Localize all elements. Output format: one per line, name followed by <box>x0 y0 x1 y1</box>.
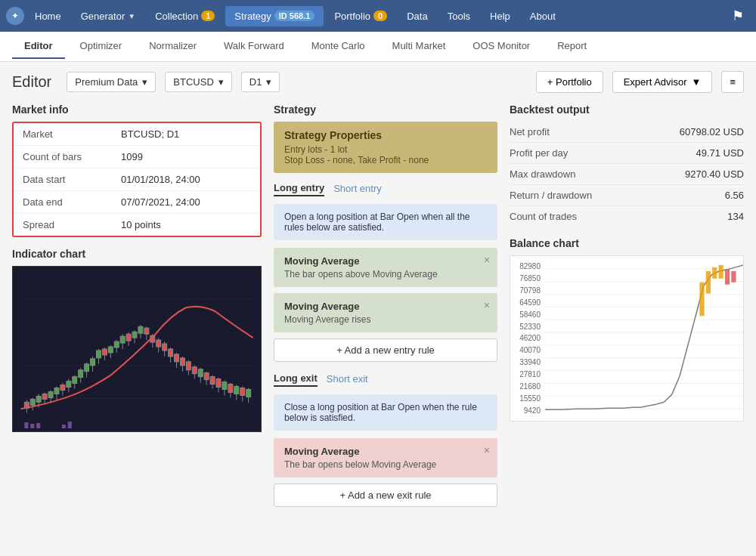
svg-rect-51 <box>163 344 167 351</box>
backtest-table: Net profit 60798.02 USD Profit per day 4… <box>510 122 744 227</box>
strategy-properties-sl-tp: Stop Loss - none, Take Profit - none <box>284 155 487 165</box>
data-source-dropdown[interactable]: Premium Data ▾ <box>67 72 156 92</box>
strategy-badge: ID 568.1 <box>274 11 315 21</box>
expert-advisor-button[interactable]: Expert Advisor ▼ <box>612 71 713 93</box>
svg-rect-5 <box>24 402 29 408</box>
svg-rect-37 <box>120 336 125 343</box>
svg-rect-53 <box>169 349 173 357</box>
nav-data[interactable]: Data <box>398 6 436 26</box>
svg-rect-31 <box>102 349 107 355</box>
table-row: Profit per day 49.71 USD <box>510 143 744 164</box>
add-entry-rule-button[interactable]: + Add a new entry rule <box>274 338 497 362</box>
nav-portfolio[interactable]: Portfolio 0 <box>325 6 396 26</box>
nav-tools[interactable]: Tools <box>438 6 479 26</box>
svg-rect-49 <box>156 340 161 347</box>
entry-rule-1-title: Moving Average <box>284 255 487 267</box>
svg-rect-29 <box>96 351 101 358</box>
svg-rect-11 <box>42 394 47 399</box>
tab-report[interactable]: Report <box>545 34 599 59</box>
svg-rect-84 <box>68 422 72 428</box>
svg-rect-69 <box>216 379 221 388</box>
sub-tabs: Editor Optimizer Normalizer Walk Forward… <box>0 32 756 62</box>
strategy-properties-card[interactable]: Strategy Properties Entry lots - 1 lot S… <box>274 122 497 173</box>
entry-exit-tabs: Long entry Short entry <box>274 181 497 196</box>
table-row: Market BTCUSD; D1 <box>14 123 260 146</box>
svg-rect-83 <box>62 425 66 428</box>
editor-header: Editor Premium Data ▾ BTCUSD ▾ D1 ▾ + Po… <box>12 71 744 93</box>
entry-rule-1-sub: The bar opens above Moving Average <box>284 269 487 280</box>
svg-rect-43 <box>138 326 143 333</box>
entry-rule-2-sub: Moving Average rises <box>284 314 487 325</box>
svg-rect-21 <box>73 377 77 384</box>
table-row: Data start 01/01/2018, 24:00 <box>14 168 260 191</box>
svg-rect-41 <box>132 332 137 338</box>
svg-rect-23 <box>79 370 83 378</box>
table-row: Data end 07/07/2021, 24:00 <box>14 191 260 214</box>
svg-rect-102 <box>731 271 736 283</box>
svg-rect-61 <box>192 367 197 374</box>
timeframe-dropdown[interactable]: D1 ▾ <box>241 72 280 92</box>
entry-rule-2-card[interactable]: Moving Average Moving Average rises × <box>274 293 497 332</box>
nav-help[interactable]: Help <box>481 6 519 26</box>
svg-rect-39 <box>126 334 131 341</box>
balance-chart-y-labels: 82980 76850 70798 64590 58460 52330 4620… <box>510 256 545 421</box>
svg-rect-19 <box>67 381 71 388</box>
tab-multi-market[interactable]: Multi Market <box>380 34 458 59</box>
svg-rect-57 <box>180 358 184 366</box>
tab-editor[interactable]: Editor <box>12 34 65 59</box>
exit-rule-1-title: Moving Average <box>284 446 487 457</box>
table-row: Count of bars 1099 <box>14 146 260 168</box>
svg-rect-67 <box>210 377 215 385</box>
tab-monte-carlo[interactable]: Monte Carlo <box>299 34 377 59</box>
svg-rect-59 <box>186 362 191 370</box>
expert-arrow-icon: ▼ <box>692 76 702 88</box>
short-exit-tab[interactable]: Short exit <box>327 372 368 386</box>
long-entry-tab[interactable]: Long entry <box>274 181 324 196</box>
long-exit-tab[interactable]: Long exit <box>274 371 318 387</box>
long-close-description: Close a long position at Bar Open when t… <box>274 394 497 431</box>
pair-dropdown[interactable]: BTCUSD ▾ <box>165 72 231 92</box>
page-title: Editor <box>12 73 51 91</box>
long-open-description: Open a long position at Bar Open when al… <box>274 204 497 240</box>
pair-arrow-icon: ▾ <box>218 76 224 88</box>
exit-rule-1-card[interactable]: Moving Average The bar opens below Movin… <box>274 438 497 477</box>
generator-arrow-icon: ▼ <box>128 12 135 20</box>
svg-rect-97 <box>699 283 704 317</box>
entry-rule-2-close-icon[interactable]: × <box>484 299 490 311</box>
nav-about[interactable]: About <box>521 6 565 26</box>
svg-rect-15 <box>54 388 59 394</box>
svg-rect-55 <box>175 354 179 362</box>
svg-rect-47 <box>150 335 155 342</box>
svg-rect-100 <box>719 265 723 279</box>
nav-strategy[interactable]: Strategy ID 568.1 <box>225 6 324 26</box>
nav-generator[interactable]: Generator ▼ <box>72 6 144 26</box>
svg-rect-101 <box>725 270 730 285</box>
three-column-layout: Market info Market BTCUSD; D1 Count of b… <box>12 103 744 516</box>
nav-home[interactable]: Home <box>26 6 70 26</box>
collection-badge: 1 <box>201 11 215 21</box>
menu-button[interactable]: ≡ <box>721 71 744 93</box>
svg-rect-81 <box>30 424 34 428</box>
portfolio-button[interactable]: + Portfolio <box>536 71 603 93</box>
balance-chart-canvas <box>545 256 743 421</box>
tab-optimizer[interactable]: Optimizer <box>68 34 135 59</box>
indicator-chart-section: Indicator chart <box>12 248 262 432</box>
nav-collection[interactable]: Collection 1 <box>146 6 224 26</box>
svg-rect-13 <box>48 391 53 397</box>
tab-normalizer[interactable]: Normalizer <box>137 34 209 59</box>
svg-rect-65 <box>204 373 209 380</box>
tab-oos-monitor[interactable]: OOS Monitor <box>460 34 542 59</box>
tab-walk-forward[interactable]: Walk Forward <box>212 34 296 59</box>
nav-right-icon[interactable]: ⚑ <box>726 5 750 27</box>
long-short-exit-tabs: Long exit Short exit <box>274 371 497 387</box>
table-row: Return / drawdown 6.56 <box>510 185 744 206</box>
entry-rule-1-close-icon[interactable]: × <box>484 254 490 266</box>
market-info-box: Market BTCUSD; D1 Count of bars 1099 Dat… <box>12 122 262 237</box>
exit-rule-1-close-icon[interactable]: × <box>484 444 490 456</box>
add-exit-rule-button[interactable]: + Add a new exit rule <box>274 483 497 507</box>
table-row: Count of trades 134 <box>510 206 744 227</box>
entry-rule-1-card[interactable]: Moving Average The bar opens above Movin… <box>274 248 497 287</box>
svg-rect-63 <box>198 369 203 377</box>
short-entry-tab[interactable]: Short entry <box>333 181 382 196</box>
strategy-properties-lots: Entry lots - 1 lot <box>284 144 487 155</box>
